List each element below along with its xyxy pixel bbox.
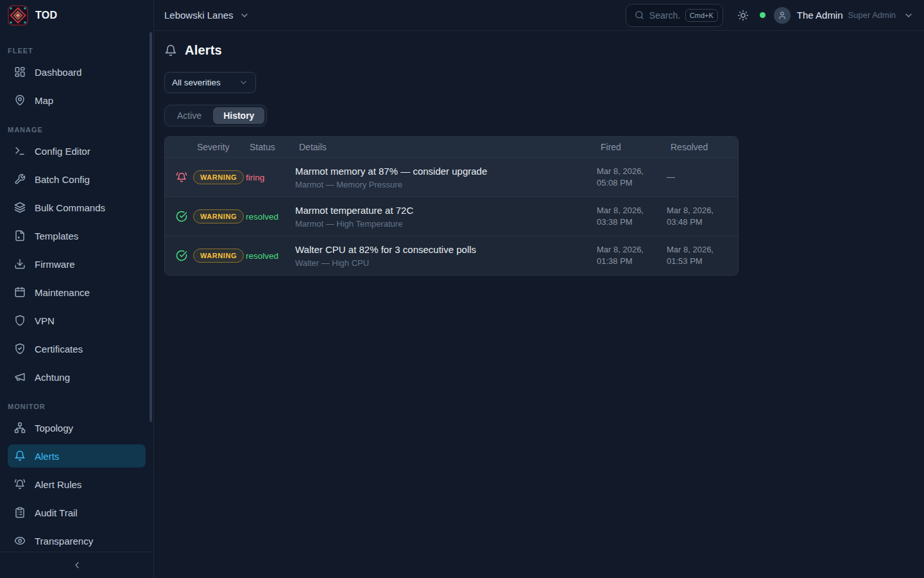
fired-timestamp: Mar 8, 2026, 05:08 PM bbox=[597, 166, 667, 188]
sidebar-item-label: Audit Trail bbox=[35, 507, 78, 518]
sidebar-header: TOD bbox=[0, 0, 153, 31]
column-header-fired: Fired bbox=[597, 142, 667, 152]
search-icon bbox=[635, 10, 644, 20]
search-input[interactable]: Search... Cmd+K bbox=[626, 4, 723, 27]
chevron-down-icon bbox=[239, 78, 248, 87]
status-text: resolved bbox=[246, 212, 295, 222]
section-label-fleet: Fleet bbox=[8, 46, 146, 55]
sidebar-item-alert-rules[interactable]: Alert Rules bbox=[8, 473, 146, 496]
table-row[interactable]: WARNING firing Marmot memory at 87% — co… bbox=[165, 157, 738, 197]
eye-icon bbox=[14, 535, 26, 547]
alert-state-icon-cell bbox=[165, 250, 193, 261]
topbar-right: Search... Cmd+K The Admin Super Admin bbox=[626, 4, 914, 27]
severity-badge: WARNING bbox=[193, 170, 244, 184]
topbar: Lebowski Lanes Search... Cmd+K The Admin bbox=[154, 0, 924, 31]
sidebar-item-dashboard[interactable]: Dashboard bbox=[8, 60, 146, 83]
terminal-icon bbox=[14, 145, 26, 157]
sidebar-item-map[interactable]: Map bbox=[8, 89, 146, 112]
alerts-table: Severity Status Details Fired Resolved W… bbox=[164, 136, 739, 276]
alert-details-cell: Marmot temperature at 72C Marmot — High … bbox=[295, 205, 597, 229]
search-placeholder: Search... bbox=[649, 10, 680, 21]
sidebar-item-label: Topology bbox=[35, 423, 73, 434]
sidebar-item-label: Alerts bbox=[35, 451, 59, 462]
sidebar-item-alerts[interactable]: Alerts bbox=[8, 444, 146, 468]
alert-state-icon-cell bbox=[165, 171, 193, 183]
alerts-page: Alerts All severities Active History Sev… bbox=[154, 31, 924, 286]
sidebar-item-vpn[interactable]: VPN bbox=[8, 309, 146, 332]
sidebar-item-label: VPN bbox=[35, 315, 55, 326]
severity-badge: WARNING bbox=[193, 209, 244, 223]
calendar-icon bbox=[14, 286, 26, 298]
alert-state-icon-cell bbox=[165, 211, 193, 222]
status-text: firing bbox=[246, 173, 295, 182]
tab-history[interactable]: History bbox=[213, 107, 264, 124]
sidebar-item-achtung[interactable]: Achtung bbox=[8, 365, 146, 389]
user-name: The Admin bbox=[797, 10, 843, 21]
severity-filter-select[interactable]: All severities bbox=[164, 72, 256, 93]
sidebar-item-templates[interactable]: Templates bbox=[8, 224, 146, 247]
sidebar-item-transparency[interactable]: Transparency bbox=[8, 529, 146, 552]
column-header-severity: Severity bbox=[193, 142, 246, 152]
site-name: Lebowski Lanes bbox=[164, 10, 234, 21]
network-icon bbox=[14, 422, 26, 434]
search-shortcut-kbd: Cmd+K bbox=[685, 9, 718, 22]
column-header-resolved: Resolved bbox=[667, 142, 738, 152]
check-circle-icon bbox=[176, 250, 187, 261]
tab-active[interactable]: Active bbox=[167, 107, 212, 124]
sidebar-item-bulk-commands[interactable]: Bulk Commands bbox=[8, 196, 146, 219]
table-header-row: Severity Status Details Fired Resolved bbox=[165, 137, 738, 157]
sidebar-item-label: Config Editor bbox=[35, 146, 90, 157]
sidebar-item-label: Transparency bbox=[35, 536, 93, 547]
alert-details-cell: Walter CPU at 82% for 3 consecutive poll… bbox=[295, 244, 597, 268]
brand-title: TOD bbox=[35, 10, 57, 21]
avatar[interactable] bbox=[774, 7, 791, 24]
severity-badge: WARNING bbox=[193, 249, 244, 263]
user-icon bbox=[778, 11, 787, 20]
bell-icon bbox=[14, 450, 26, 462]
alert-subtitle: Marmot — Memory Pressure bbox=[295, 180, 589, 189]
sidebar-item-audit-trail[interactable]: Audit Trail bbox=[8, 501, 146, 524]
sidebar-scrollbar[interactable] bbox=[150, 32, 152, 422]
layers-icon bbox=[14, 202, 26, 213]
alert-title: Marmot temperature at 72C bbox=[295, 205, 589, 216]
resolved-timestamp: Mar 8, 2026, 01:53 PM bbox=[667, 244, 738, 267]
sidebar-item-label: Batch Config bbox=[35, 174, 90, 185]
column-header-details: Details bbox=[295, 142, 597, 152]
alerts-tabs: Active History bbox=[164, 105, 267, 127]
sidebar-item-maintenance[interactable]: Maintenance bbox=[8, 281, 146, 304]
sidebar-item-topology[interactable]: Topology bbox=[8, 416, 146, 439]
sun-icon bbox=[737, 10, 749, 21]
sidebar-item-config-editor[interactable]: Config Editor bbox=[8, 139, 146, 162]
section-label-manage: Manage bbox=[8, 125, 146, 134]
theme-toggle-button[interactable] bbox=[737, 10, 749, 21]
check-circle-icon bbox=[176, 211, 187, 222]
user-menu-chevron-icon[interactable] bbox=[903, 10, 914, 21]
sidebar-collapse-button[interactable] bbox=[0, 552, 153, 578]
download-icon bbox=[14, 258, 26, 270]
bell-ring-icon bbox=[14, 478, 26, 490]
sidebar-item-label: Maintenance bbox=[35, 287, 90, 298]
megaphone-icon bbox=[14, 371, 26, 383]
table-row[interactable]: WARNING resolved Walter CPU at 82% for 3… bbox=[165, 236, 738, 275]
sidebar-item-label: Templates bbox=[35, 231, 78, 241]
sidebar-item-label: Dashboard bbox=[35, 67, 81, 78]
user-role-badge: Super Admin bbox=[848, 10, 896, 20]
alert-details-cell: Marmot memory at 87% — consider upgrade … bbox=[295, 166, 597, 189]
app-root: TOD Fleet Dashboard Map Manage Config Ed… bbox=[0, 0, 924, 578]
fired-timestamp: Mar 8, 2026, 01:38 PM bbox=[597, 244, 667, 267]
shield-icon bbox=[14, 315, 26, 326]
shield-check-icon bbox=[14, 343, 26, 355]
resolved-timestamp: Mar 8, 2026, 03:48 PM bbox=[667, 205, 738, 227]
sidebar-item-label: Achtung bbox=[35, 372, 70, 383]
section-label-monitor: Monitor bbox=[8, 402, 146, 411]
table-row[interactable]: WARNING resolved Marmot temperature at 7… bbox=[165, 197, 738, 236]
sidebar-item-label: Map bbox=[35, 95, 53, 106]
resolved-timestamp: — bbox=[667, 171, 738, 183]
sidebar-item-certificates[interactable]: Certificates bbox=[8, 337, 146, 360]
sidebar-item-label: Alert Rules bbox=[35, 479, 81, 490]
sidebar-item-batch-config[interactable]: Batch Config bbox=[8, 168, 146, 191]
site-switcher[interactable]: Lebowski Lanes bbox=[164, 10, 250, 21]
severity-filter-value: All severities bbox=[172, 78, 221, 87]
sidebar-item-label: Certificates bbox=[35, 344, 83, 355]
sidebar-item-firmware[interactable]: Firmware bbox=[8, 252, 146, 276]
